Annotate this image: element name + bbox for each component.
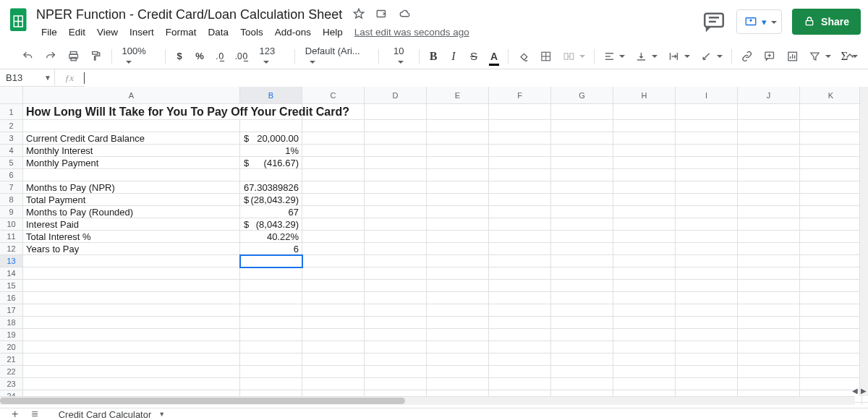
cell-F11[interactable] <box>489 231 551 243</box>
cell-B16[interactable] <box>240 292 302 304</box>
cell-A19[interactable] <box>23 329 240 341</box>
cell-J11[interactable] <box>738 231 800 243</box>
cell-D2[interactable] <box>365 120 427 132</box>
cell-C2[interactable] <box>302 120 365 132</box>
cell-E18[interactable] <box>427 317 489 329</box>
cell-C5[interactable] <box>302 157 365 169</box>
row-header-10[interactable]: 10 <box>0 218 23 231</box>
col-header-E[interactable]: E <box>427 87 489 104</box>
all-sheets-icon[interactable]: ≡ <box>31 409 38 419</box>
cell-F13[interactable] <box>489 255 551 267</box>
cell-D15[interactable] <box>365 280 427 292</box>
cell-C20[interactable] <box>302 341 365 353</box>
cell-J23[interactable] <box>738 378 800 390</box>
cell-J2[interactable] <box>738 120 800 132</box>
cell-H8[interactable] <box>613 194 676 206</box>
v-align-icon[interactable] <box>631 46 662 67</box>
cell-B17[interactable] <box>240 304 302 317</box>
cell-J17[interactable] <box>738 304 800 317</box>
cell-D22[interactable] <box>365 366 427 378</box>
cell-F20[interactable] <box>489 341 551 353</box>
cell-F22[interactable] <box>489 366 551 378</box>
cell-G16[interactable] <box>551 292 613 304</box>
cell-E15[interactable] <box>427 280 489 292</box>
cell-J15[interactable] <box>738 280 800 292</box>
row-header-3[interactable]: 3 <box>0 132 23 145</box>
cell-K22[interactable] <box>800 366 862 378</box>
cell-B21[interactable] <box>240 353 302 366</box>
decrease-decimal-icon[interactable]: .0̲ <box>210 46 229 67</box>
cell-K10[interactable] <box>800 218 862 231</box>
menu-tools[interactable]: Tools <box>235 25 268 39</box>
zoom-select[interactable]: 100% <box>116 43 161 70</box>
row-header-12[interactable]: 12 <box>0 243 23 255</box>
row-header-16[interactable]: 16 <box>0 292 23 304</box>
cell-H12[interactable] <box>613 243 676 255</box>
last-edit[interactable]: Last edit was seconds ago <box>349 25 475 39</box>
cell-E8[interactable] <box>427 194 489 206</box>
h-align-icon[interactable] <box>599 46 630 67</box>
cell-I3[interactable] <box>676 132 738 145</box>
cloud-icon[interactable] <box>399 7 412 22</box>
cell-B1[interactable] <box>240 104 302 120</box>
cell-K3[interactable] <box>800 132 862 145</box>
cell-E9[interactable] <box>427 206 489 218</box>
cell-H19[interactable] <box>613 329 676 341</box>
cell-K20[interactable] <box>800 341 862 353</box>
cell-C12[interactable] <box>302 243 365 255</box>
cell-I10[interactable] <box>676 218 738 231</box>
row-header-11[interactable]: 11 <box>0 231 23 243</box>
cell-C9[interactable] <box>302 206 365 218</box>
cell-G18[interactable] <box>551 317 613 329</box>
cell-C8[interactable] <box>302 194 365 206</box>
cell-K12[interactable] <box>800 243 862 255</box>
cell-A22[interactable] <box>23 366 240 378</box>
cell-H7[interactable] <box>613 181 676 194</box>
cell-G14[interactable] <box>551 267 613 280</box>
select-all-corner[interactable] <box>0 87 23 104</box>
cell-C18[interactable] <box>302 317 365 329</box>
cell-F23[interactable] <box>489 378 551 390</box>
cell-I15[interactable] <box>676 280 738 292</box>
menu-view[interactable]: View <box>92 25 123 39</box>
chart-icon[interactable] <box>782 46 803 67</box>
cell-H15[interactable] <box>613 280 676 292</box>
cell-H3[interactable] <box>613 132 676 145</box>
cell-H6[interactable] <box>613 169 676 181</box>
cell-F16[interactable] <box>489 292 551 304</box>
cell-I9[interactable] <box>676 206 738 218</box>
row-header-14[interactable]: 14 <box>0 267 23 280</box>
cell-F6[interactable] <box>489 169 551 181</box>
cell-B9[interactable]: 67 <box>240 206 302 218</box>
cell-B7[interactable]: 67.30389826 <box>240 181 302 194</box>
cell-E22[interactable] <box>427 366 489 378</box>
cell-F17[interactable] <box>489 304 551 317</box>
cell-H16[interactable] <box>613 292 676 304</box>
cell-A15[interactable] <box>23 280 240 292</box>
cell-J14[interactable] <box>738 267 800 280</box>
cell-F19[interactable] <box>489 329 551 341</box>
cell-A13[interactable] <box>23 255 240 267</box>
rotate-icon[interactable] <box>696 46 727 67</box>
doc-title[interactable]: NPER Function - Credit Card/Loan Calcula… <box>36 7 342 22</box>
cell-C17[interactable] <box>302 304 365 317</box>
cell-C14[interactable] <box>302 267 365 280</box>
cell-G7[interactable] <box>551 181 613 194</box>
cell-A12[interactable]: Years to Pay <box>23 243 240 255</box>
col-header-F[interactable]: F <box>489 87 551 104</box>
menu-data[interactable]: Data <box>203 25 234 39</box>
cell-E21[interactable] <box>427 353 489 366</box>
cell-C13[interactable] <box>302 255 365 267</box>
cell-K2[interactable] <box>800 120 862 132</box>
cell-C4[interactable] <box>302 145 365 157</box>
cell-D10[interactable] <box>365 218 427 231</box>
cell-J8[interactable] <box>738 194 800 206</box>
cell-A9[interactable]: Months to Pay (Rounded) <box>23 206 240 218</box>
row-header-7[interactable]: 7 <box>0 181 23 194</box>
cell-I14[interactable] <box>676 267 738 280</box>
cell-J13[interactable] <box>738 255 800 267</box>
cell-D18[interactable] <box>365 317 427 329</box>
cell-A23[interactable] <box>23 378 240 390</box>
cell-J9[interactable] <box>738 206 800 218</box>
add-sheet-icon[interactable]: + <box>12 409 18 419</box>
